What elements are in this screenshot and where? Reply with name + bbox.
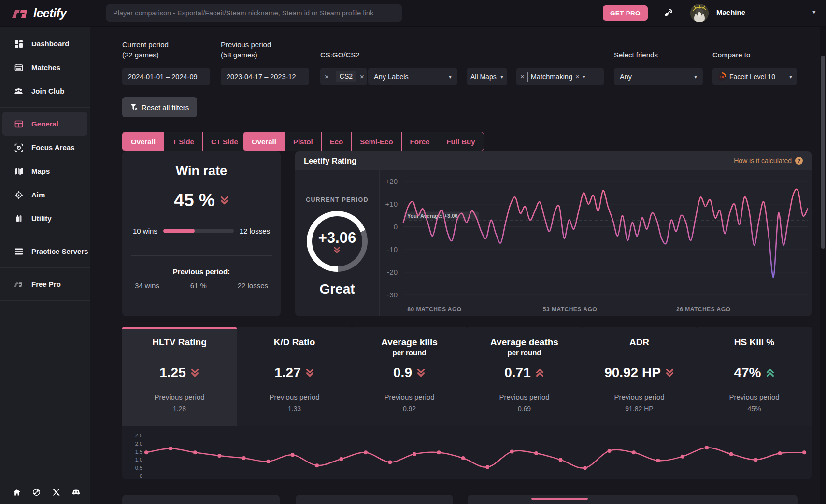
stat-card-average-deaths[interactable]: Average deaths per round 0.71 Previous p… [467,327,582,426]
svg-text:2.5: 2.5 [135,433,142,438]
game-filter-tagbox[interactable]: × CS2 × [320,68,367,85]
chevron-down-icon: ▾ [449,73,452,80]
sidebar-item-practice-servers[interactable]: Practice Servers [0,239,90,263]
rating-line-chart: +20+100-10-20-30Your Average: +3.0680 MA… [372,170,812,316]
tab-force[interactable]: Force [401,132,438,151]
sidebar-item-join-club[interactable]: Join Club [0,79,90,103]
stat-title: Average kills [381,337,438,347]
sidebar-item-label: Dashboard [31,40,69,48]
win-rate-value: 45 % [174,190,214,210]
tab-indicator [531,498,588,500]
broadcast-icon[interactable] [660,6,676,20]
tab-ct-side[interactable]: CT Side [202,132,246,151]
tab-eco[interactable]: Eco [321,132,352,151]
user-avatar[interactable] [690,4,709,22]
chevron-down-icon: ▾ [583,73,585,80]
scrollbar-track[interactable] [820,27,826,504]
tab-overall-buy[interactable]: Overall [243,132,285,151]
stat-title: HS Kill % [734,337,774,347]
stat-prev-value: 0.69 [467,405,582,413]
maps-select-value: All Maps [470,73,499,81]
dashboard-icon [14,39,23,48]
maps-select[interactable]: All Maps ▾ [467,68,507,85]
trend-icon [190,368,199,377]
get-pro-button[interactable]: GET PRO [603,5,648,21]
sidebar-item-general[interactable]: General [2,112,87,136]
home-icon[interactable] [13,488,21,496]
sidebar-item-utility[interactable]: Utility [0,207,90,230]
labels-select[interactable]: Any Labels ▾ [368,68,457,85]
compare-to-select[interactable]: 10 Faceit Level 10 ▾ [712,68,797,85]
stat-prev-label: Previous period [352,393,467,401]
sidebar-item-label: Focus Areas [31,143,74,152]
source-tag: Matchmaking [531,73,572,81]
reset-filters-button[interactable]: Reset all filters [122,97,197,117]
sidebar-item-focus-areas[interactable]: Focus Areas [0,136,90,159]
tab-pistol[interactable]: Pistol [285,132,321,151]
svg-text:+10: +10 [385,200,398,208]
tab-full-buy[interactable]: Full Buy [438,132,483,151]
leetify-rating-header: Leetify Rating How is it calculated ? [295,151,812,170]
svg-text:+20: +20 [385,177,398,185]
svg-text:53 MATCHES AGO: 53 MATCHES AGO [543,306,597,313]
sidebar-item-label: Practice Servers [31,247,88,255]
clear-icon[interactable]: × [575,72,580,81]
sources-filter-tagbox[interactable]: × Matchmaking × ▾ [516,68,604,85]
previous-period-input[interactable] [221,68,309,85]
leetify-logo[interactable]: leetify [0,0,90,26]
clear-icon[interactable]: × [360,72,364,81]
stat-card-average-kills[interactable]: Average kills per round 0.9 Previous per… [352,327,467,426]
stat-card-hltv-rating[interactable]: HLTV Rating 1.25 Previous period 1.28 [122,327,237,426]
remove-tag-icon[interactable]: × [325,72,329,81]
svg-text:Your Average: +3.06: Your Average: +3.06 [407,213,457,219]
losses-label: 12 losses [240,227,270,235]
stat-card-adr[interactable]: ADR 90.92 HP Previous period 91.82 HP [582,327,697,426]
tab-semi-eco[interactable]: Semi-Eco [351,132,401,151]
sidebar-divider [0,235,90,235]
search-input[interactable] [106,4,402,22]
stat-card-kd-ratio[interactable]: K/D Ratio 1.27 Previous period 1.33 [237,327,352,426]
stat-prev-label: Previous period [237,393,352,401]
stat-prev-label: Previous period [467,393,582,401]
topbar-divider [683,0,683,26]
select-friends-label: Select friends [614,50,658,60]
friends-select[interactable]: Any ▾ [614,68,703,85]
trend-icon [305,368,314,377]
leetify-logo-text: leetify [33,6,67,20]
steam-icon[interactable] [32,488,41,496]
user-menu-caret-icon[interactable]: ▾ [812,8,816,15]
x-twitter-icon[interactable] [52,488,60,496]
sidebar-item-dashboard[interactable]: Dashboard [0,32,90,56]
svg-text:0: 0 [140,473,142,479]
sidebar-item-matches[interactable]: Matches [0,56,90,79]
svg-text:0.5: 0.5 [135,465,142,471]
wins-label: 10 wins [133,227,157,235]
win-loss-bar-row: 10 wins 12 losses [122,227,281,235]
stat-prev-label: Previous period [582,393,697,401]
svg-text:80 MATCHES AGO: 80 MATCHES AGO [407,306,461,313]
game-filter-label: CS:GO/CS2 [320,50,360,60]
current-period-input[interactable] [122,68,210,85]
sidebar-item-aim[interactable]: Aim [0,183,90,207]
svg-text:2.0: 2.0 [135,441,142,447]
stat-title: Average deaths [490,337,558,347]
stat-card-hs-kill-pct[interactable]: HS Kill % 47% Previous period 45% [697,327,812,426]
chevron-down-icon: ▾ [694,73,697,80]
tab-t-side[interactable]: T Side [164,132,202,151]
discord-icon[interactable] [72,488,80,496]
stat-title: HLTV Rating [152,337,207,347]
how-calculated-link[interactable]: How is it calculated ? [734,157,803,165]
stat-prev-value: 45% [697,405,812,413]
rating-value: +3.06 [318,229,356,247]
sidebar: Dashboard Matches Join Club General [0,26,90,504]
scrollbar-thumb[interactable] [821,56,825,249]
stat-title: K/D Ratio [274,337,315,347]
sidebar-item-free-pro[interactable]: Free Pro [0,272,90,296]
rating-gauge-panel: CURRENT PERIOD +3.06 Great [295,170,380,316]
remove-tag-icon[interactable]: × [520,72,525,81]
username[interactable]: Machine [716,8,745,16]
tab-overall-side[interactable]: Overall [123,132,164,151]
sidebar-item-label: Aim [31,191,45,199]
sidebar-item-label: General [31,120,58,128]
sidebar-item-maps[interactable]: Maps [0,159,90,183]
